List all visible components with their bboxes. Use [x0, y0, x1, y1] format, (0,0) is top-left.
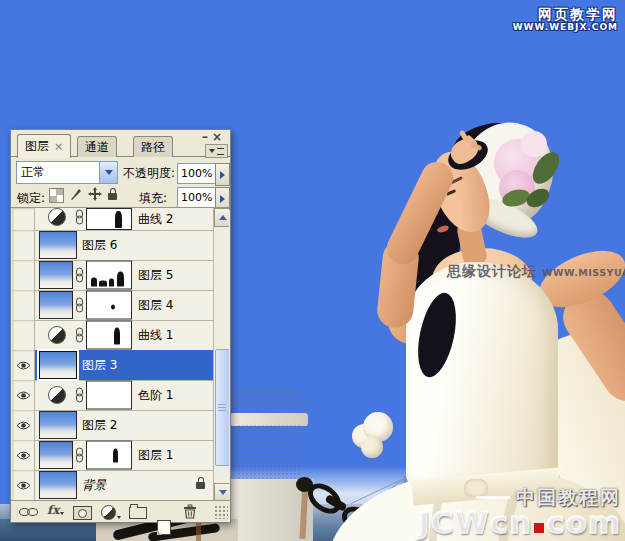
scroll-down-button[interactable] — [214, 483, 229, 500]
visibility-toggle[interactable] — [12, 440, 35, 470]
minimize-icon[interactable]: – — [202, 130, 212, 144]
lock-label: 锁定: — [17, 190, 45, 207]
link-layers-icon[interactable] — [19, 508, 39, 517]
add-mask-icon[interactable] — [73, 506, 92, 520]
layer-mask-thumbnail[interactable] — [86, 321, 132, 350]
tab-layers[interactable]: 图层 × — [17, 134, 71, 158]
visibility-toggle[interactable] — [12, 380, 35, 410]
visibility-toggle[interactable] — [12, 350, 35, 380]
visibility-toggle[interactable] — [12, 290, 35, 320]
tab-paths-label: 路径 — [141, 139, 165, 156]
layer-row-levels-1[interactable]: 色阶 1 — [12, 380, 213, 411]
link-icon — [76, 388, 83, 403]
delete-trash-icon[interactable] — [183, 504, 197, 519]
visibility-toggle[interactable] — [12, 320, 35, 350]
adjustment-layer-icon — [48, 386, 66, 404]
tab-paths[interactable]: 路径 — [133, 136, 173, 157]
eye-icon — [16, 360, 31, 371]
menu-lines-icon — [217, 148, 224, 155]
layer-mask-thumbnail[interactable] — [86, 381, 132, 410]
layer-mask-thumbnail[interactable] — [86, 441, 132, 470]
blend-mode-select[interactable]: 正常 — [16, 161, 118, 184]
new-group-icon[interactable] — [129, 507, 147, 519]
layer-row-layer-2[interactable]: 图层 2 — [12, 410, 213, 441]
scrollbar[interactable] — [213, 208, 229, 500]
layer-row-background[interactable]: 背景 — [12, 470, 213, 500]
layer-name: 背景 — [82, 477, 106, 494]
panel-toolbar: fx — [11, 500, 230, 522]
layer-thumbnail[interactable] — [39, 411, 77, 439]
layer-row-layer-1[interactable]: 图层 1 — [12, 440, 213, 471]
layer-thumbnail[interactable] — [39, 231, 77, 259]
layer-mask-thumbnail[interactable] — [86, 291, 132, 320]
lock-all-padlock-icon[interactable] — [108, 188, 117, 200]
visibility-toggle[interactable] — [12, 230, 35, 260]
lock-position-move-icon[interactable] — [88, 187, 102, 201]
scroll-up-button[interactable] — [214, 208, 229, 227]
scrollbar-thumb[interactable] — [215, 349, 229, 466]
fill-value-text: 100% — [181, 191, 212, 204]
red-dot — [534, 523, 544, 533]
fill-label: 填充: — [139, 190, 167, 207]
opacity-arrow-button[interactable] — [215, 163, 230, 186]
lock-transparency-icon[interactable] — [49, 188, 64, 203]
tab-channels-label: 通道 — [85, 139, 109, 156]
layer-row-layer-3[interactable]: 图层 3 — [12, 350, 213, 381]
link-icon — [76, 298, 83, 313]
arrow-right-icon — [220, 171, 225, 179]
layer-mask-thumbnail[interactable] — [86, 208, 132, 230]
panel-resize-grip[interactable] — [214, 505, 228, 519]
layer-thumbnail[interactable] — [39, 261, 73, 289]
background-lock-icon — [196, 482, 205, 489]
stone-pillar-shaft — [237, 424, 301, 482]
combo-dropdown-button[interactable] — [99, 162, 117, 183]
layer-name: 图层 1 — [138, 447, 173, 464]
dress-corsage — [361, 436, 383, 458]
visibility-toggle[interactable] — [12, 470, 35, 500]
close-icon[interactable]: × — [212, 130, 226, 144]
chevron-down-icon — [219, 490, 227, 495]
layer-thumbnail[interactable] — [39, 291, 73, 319]
tab-close-icon[interactable]: × — [54, 140, 63, 153]
layer-name: 图层 6 — [82, 237, 117, 254]
link-icon — [76, 209, 83, 224]
layer-list: 曲线 2 图层 6 图层 5 — [12, 208, 229, 500]
tab-layers-label: 图层 — [25, 138, 49, 155]
link-icon — [76, 268, 83, 283]
visibility-toggle[interactable] — [12, 260, 35, 290]
layer-name: 曲线 2 — [138, 211, 173, 228]
layer-thumbnail[interactable] — [39, 471, 77, 499]
watermark-webjx-cn: 网页教学网 — [513, 6, 618, 22]
photoshop-screenshot: 网页教学网 WWW.WEBJX.COM 思缘设计论坛 WWW.MISSYUAN.… — [0, 0, 625, 541]
layer-row-layer-5[interactable]: 图层 5 — [12, 260, 213, 291]
watermark-jcwcn: 中国教程网 JCWcncom — [418, 488, 621, 538]
visibility-toggle[interactable] — [12, 410, 35, 440]
layer-row-layer-6[interactable]: 图层 6 — [12, 230, 213, 261]
layer-mask-thumbnail[interactable] — [86, 261, 132, 290]
watermark-jcwcn-right: com — [546, 504, 621, 540]
scrollbar-grip — [218, 404, 226, 412]
chevron-up-icon — [219, 215, 227, 220]
layer-style-icon[interactable]: fx — [47, 503, 64, 517]
hat-rose — [521, 131, 547, 157]
layer-thumbnail[interactable] — [39, 441, 73, 469]
lock-pixels-brush-icon[interactable] — [69, 187, 83, 201]
layer-row-curves-1[interactable]: 曲线 1 — [12, 320, 213, 351]
panel-menu-button[interactable] — [205, 144, 228, 158]
watermark-webjx: 网页教学网 WWW.WEBJX.COM — [513, 6, 618, 32]
layer-name: 图层 3 — [82, 357, 117, 374]
fill-value[interactable]: 100% — [177, 187, 219, 208]
visibility-toggle[interactable] — [12, 208, 35, 230]
adjustment-layer-button-icon[interactable] — [101, 505, 121, 520]
tab-channels[interactable]: 通道 — [77, 136, 117, 157]
layer-thumbnail[interactable] — [39, 351, 77, 379]
layer-row-curves-2[interactable]: 曲线 2 — [12, 208, 213, 231]
watermark-missyuan: 思缘设计论坛 WWW.MISSYUAN.COM — [447, 261, 625, 281]
watermark-jcwcn-left: JCWcn — [418, 504, 532, 540]
opacity-value[interactable]: 100% — [177, 163, 219, 184]
menu-triangle-icon — [209, 149, 215, 153]
blend-mode-value: 正常 — [17, 164, 99, 181]
layer-row-layer-4[interactable]: 图层 4 — [12, 290, 213, 321]
new-layer-icon[interactable] — [157, 520, 171, 535]
watermark-dash — [476, 496, 510, 499]
